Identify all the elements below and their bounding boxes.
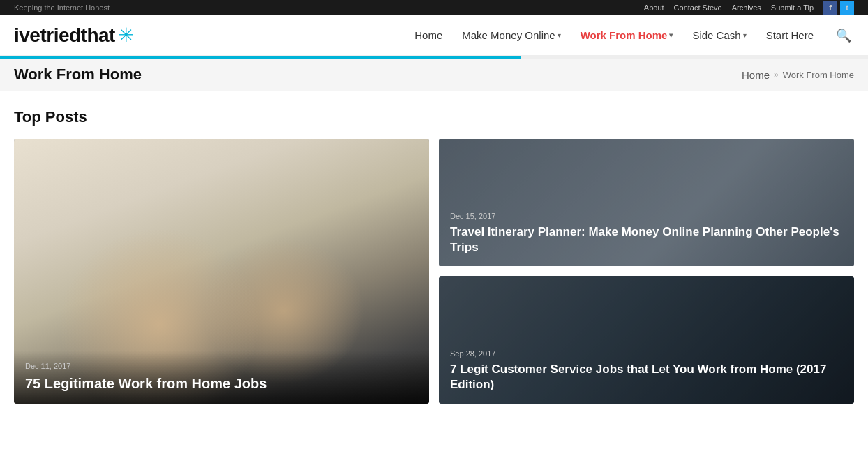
breadcrumb-section: Work From Home Home » Work From Home xyxy=(0,59,868,91)
logo[interactable]: ivetriedthat✳ xyxy=(14,24,134,47)
post-date-travel: Dec 15, 2017 xyxy=(450,212,843,220)
logo-star: ✳ xyxy=(118,24,134,47)
main-content: Top Posts Dec 11, 2017 75 Legitimate Wor… xyxy=(0,91,868,420)
top-bar: Keeping the Internet Honest About Contac… xyxy=(0,0,868,15)
progress-bar xyxy=(0,56,868,59)
nav-make-money[interactable]: Make Money Online ▾ xyxy=(462,29,560,41)
facebook-icon[interactable]: f xyxy=(823,1,837,15)
breadcrumb-home[interactable]: Home xyxy=(742,69,770,81)
header: ivetriedthat✳ Home Make Money Online ▾ W… xyxy=(0,15,868,56)
about-link[interactable]: About xyxy=(644,3,664,12)
breadcrumb-separator: » xyxy=(774,70,779,79)
nav-start-here[interactable]: Start Here xyxy=(766,29,814,41)
nav-work-from-home[interactable]: Work From Home ▾ xyxy=(581,29,673,41)
page-title: Work From Home xyxy=(14,66,142,84)
breadcrumb: Home » Work From Home xyxy=(742,69,854,81)
archives-link[interactable]: Archives xyxy=(732,3,761,12)
breadcrumb-current: Work From Home xyxy=(783,70,854,80)
chevron-down-icon: ▾ xyxy=(743,31,747,39)
search-button[interactable]: 🔍 xyxy=(833,26,854,45)
submit-tip-link[interactable]: Submit a Tip xyxy=(771,3,814,12)
chevron-down-icon: ▾ xyxy=(669,31,673,39)
posts-grid: Dec 11, 2017 75 Legitimate Work from Hom… xyxy=(14,139,854,404)
post-title-large: 75 Legitimate Work from Home Jobs xyxy=(25,374,418,393)
progress-fill xyxy=(0,56,521,59)
nav-side-cash[interactable]: Side Cash ▾ xyxy=(692,29,746,41)
twitter-icon[interactable]: t xyxy=(840,1,854,15)
post-overlay-travel: Dec 15, 2017 Travel Itinerary Planner: M… xyxy=(439,139,854,266)
post-card-customer-service[interactable]: Sep 28, 2017 7 Legit Customer Service Jo… xyxy=(439,276,854,404)
post-card-right-col: Dec 15, 2017 Travel Itinerary Planner: M… xyxy=(439,139,854,404)
contact-steve-link[interactable]: Contact Steve xyxy=(674,3,722,12)
social-icons: f t xyxy=(823,1,854,15)
section-title: Top Posts xyxy=(14,108,854,126)
post-date-large: Dec 11, 2017 xyxy=(25,362,418,370)
post-card-travel[interactable]: Dec 15, 2017 Travel Itinerary Planner: M… xyxy=(439,139,854,266)
top-bar-right: About Contact Steve Archives Submit a Ti… xyxy=(644,1,854,15)
tagline: Keeping the Internet Honest xyxy=(14,3,110,12)
post-title-customer: 7 Legit Customer Service Jobs that Let Y… xyxy=(450,362,843,393)
post-date-customer: Sep 28, 2017 xyxy=(450,349,843,358)
main-nav: Home Make Money Online ▾ Work From Home … xyxy=(414,26,854,45)
chevron-down-icon: ▾ xyxy=(558,31,561,39)
post-overlay-large: Dec 11, 2017 75 Legitimate Work from Hom… xyxy=(14,351,429,404)
nav-home[interactable]: Home xyxy=(414,29,442,41)
logo-text: ivetriedthat xyxy=(14,24,115,47)
post-card-large[interactable]: Dec 11, 2017 75 Legitimate Work from Hom… xyxy=(14,139,429,404)
post-title-travel: Travel Itinerary Planner: Make Money Onl… xyxy=(450,225,843,255)
post-overlay-customer: Sep 28, 2017 7 Legit Customer Service Jo… xyxy=(439,276,854,404)
